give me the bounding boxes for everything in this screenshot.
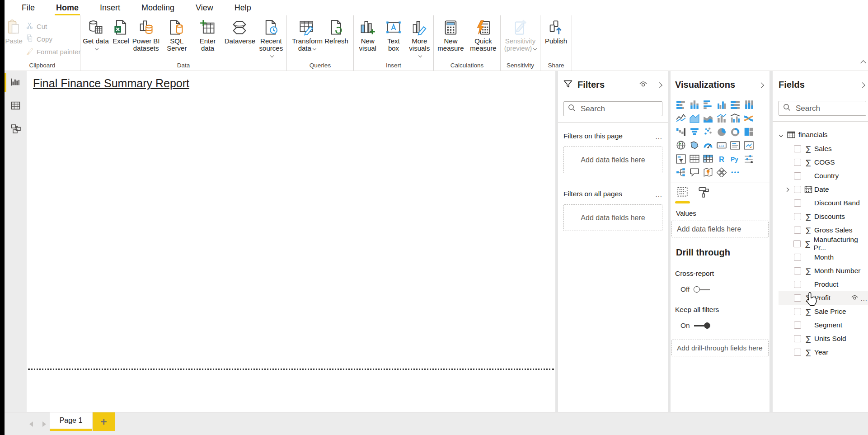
visual-type-stacked-bar-chart[interactable]: [674, 98, 688, 111]
menu-insert[interactable]: Insert: [100, 3, 120, 13]
ribbon-button-copy[interactable]: Copy: [26, 34, 81, 43]
previous-page-arrow-icon[interactable]: [29, 421, 33, 429]
ribbon-button-sensitivity-preview[interactable]: Sensitivity (preview): [502, 18, 539, 52]
visual-type-hundred-percent-stacked-bar-chart[interactable]: [728, 98, 742, 111]
page-tab[interactable]: Page 1: [50, 412, 92, 431]
visual-type-line-and-stacked-column-chart[interactable]: [715, 111, 728, 125]
visual-type-area-chart[interactable]: [688, 111, 701, 125]
report-canvas[interactable]: Final Finance Summary Report: [27, 71, 555, 412]
ribbon-button-text-box[interactable]: Text box: [383, 18, 404, 52]
visual-type-slicer[interactable]: [674, 152, 688, 165]
field-checkbox[interactable]: [794, 145, 801, 152]
field-row-product[interactable]: Product: [779, 278, 868, 291]
field-row-gross-sales[interactable]: ∑Gross Sales: [779, 223, 868, 237]
sidebar-item-report-view[interactable]: [5, 71, 27, 95]
ribbon-button-get-data[interactable]: Get data: [82, 18, 110, 52]
field-checkbox[interactable]: [794, 227, 801, 234]
visual-type-power-apps[interactable]: [715, 165, 728, 179]
visual-type-q-and-a[interactable]: [688, 165, 701, 179]
ribbon-button-recent-sources[interactable]: Recent sources: [257, 18, 285, 59]
collapse-filters-chevron-icon[interactable]: [657, 81, 662, 89]
visual-type-ribbon-chart[interactable]: [742, 111, 755, 125]
visual-type-key-influencers[interactable]: [742, 152, 755, 165]
collapse-fields-chevron-icon[interactable]: [860, 81, 864, 89]
field-checkbox[interactable]: [794, 335, 801, 342]
ribbon-button-excel[interactable]: Excel: [113, 18, 129, 45]
visual-type-matrix[interactable]: [701, 152, 715, 165]
next-page-arrow-icon[interactable]: [42, 421, 46, 429]
field-row-month-number[interactable]: ∑Month Number: [779, 264, 868, 278]
ribbon-button-new-visual[interactable]: New visual: [355, 18, 380, 52]
keep-all-filters-toggle[interactable]: On: [675, 322, 765, 330]
field-checkbox[interactable]: [794, 172, 801, 180]
visual-type-hundred-percent-stacked-column-chart[interactable]: [742, 98, 755, 111]
visual-type-waterfall-chart[interactable]: [674, 125, 688, 138]
field-row-year[interactable]: ∑Year: [779, 345, 868, 359]
field-row-date[interactable]: Date: [779, 183, 868, 196]
ribbon-button-paste[interactable]: Paste: [5, 18, 23, 45]
field-checkbox[interactable]: [794, 294, 801, 302]
ribbon-button-enter-data[interactable]: Enter data: [193, 18, 221, 52]
sidebar-item-data-view[interactable]: [5, 95, 27, 118]
visual-type-clustered-bar-chart[interactable]: [701, 98, 715, 111]
field-row-month[interactable]: Month: [779, 251, 868, 264]
ribbon-button-more-visuals[interactable]: More visuals: [407, 18, 432, 59]
field-row-cogs[interactable]: ∑COGS: [779, 156, 868, 169]
ribbon-button-sql-server[interactable]: SQL Server: [163, 18, 191, 52]
chevron-down-icon[interactable]: [779, 133, 787, 137]
field-row-units-sold[interactable]: ∑Units Sold: [779, 332, 868, 345]
menu-help[interactable]: Help: [235, 3, 251, 13]
visual-type-map[interactable]: [674, 138, 688, 152]
drill-through-dropzone[interactable]: Add drill-through fields here: [671, 340, 769, 356]
fields-search-input[interactable]: [795, 104, 862, 113]
ribbon-button-cut[interactable]: Cut: [26, 22, 81, 31]
field-checkbox[interactable]: [794, 159, 801, 166]
collapse-ribbon-icon[interactable]: [861, 59, 865, 67]
field-checkbox[interactable]: [793, 240, 801, 247]
ribbon-button-quick-measure[interactable]: Quick measure: [469, 18, 498, 52]
visual-type-clustered-column-chart[interactable]: [715, 98, 728, 111]
eye-icon[interactable]: [639, 81, 647, 89]
visual-type-line-chart[interactable]: [674, 111, 688, 125]
field-row-country[interactable]: Country: [779, 169, 868, 183]
tab-format[interactable]: [698, 186, 709, 203]
field-checkbox[interactable]: [794, 254, 801, 261]
field-checkbox[interactable]: [794, 267, 801, 274]
visual-type-stacked-area-chart[interactable]: [701, 111, 715, 125]
visual-type-gauge[interactable]: [701, 138, 715, 152]
field-checkbox[interactable]: [794, 186, 801, 193]
visual-type-more-visual-options[interactable]: [728, 165, 742, 179]
visual-type-python-visual[interactable]: Py: [728, 152, 742, 165]
field-row-discounts[interactable]: ∑Discounts: [779, 210, 868, 223]
field-checkbox[interactable]: [794, 308, 801, 315]
more-options-icon[interactable]: ...: [655, 132, 662, 140]
add-page-button[interactable]: +: [93, 412, 115, 431]
visual-type-table[interactable]: [688, 152, 701, 165]
visual-type-r-script-visual[interactable]: R: [715, 152, 728, 165]
filters-search-input[interactable]: [580, 104, 658, 114]
visual-type-multi-row-card[interactable]: [728, 138, 742, 152]
page-filters-dropzone[interactable]: Add data fields here: [563, 147, 662, 173]
visual-type-stacked-column-chart[interactable]: [688, 98, 701, 111]
visual-type-filled-map[interactable]: [688, 138, 701, 152]
report-title-textbox[interactable]: Final Finance Summary Report: [33, 77, 189, 90]
ribbon-button-power-bi-datasets[interactable]: Power BI datasets: [132, 18, 160, 52]
field-row-sales[interactable]: ∑Sales: [779, 142, 868, 156]
table-node-financials[interactable]: financials: [779, 129, 868, 141]
field-checkbox[interactable]: [794, 199, 801, 207]
ribbon-button-dataverse[interactable]: Dataverse: [225, 18, 254, 45]
all-pages-filters-dropzone[interactable]: Add data fields here: [563, 204, 662, 231]
menu-home[interactable]: Home: [56, 3, 79, 13]
values-dropzone[interactable]: Add data fields here: [671, 221, 769, 237]
field-checkbox[interactable]: [794, 349, 801, 356]
visual-type-treemap[interactable]: [742, 125, 755, 138]
tab-fields[interactable]: [677, 186, 688, 203]
field-row-segment[interactable]: Segment: [779, 318, 868, 332]
visual-type-donut-chart[interactable]: [728, 125, 742, 138]
ribbon-button-new-measure[interactable]: New measure: [436, 18, 466, 52]
visual-type-kpi[interactable]: [742, 138, 755, 152]
ribbon-button-publish[interactable]: Publish: [545, 18, 567, 45]
field-row-sale-price[interactable]: ∑Sale Price: [779, 305, 868, 318]
field-row-manufacturing-pr[interactable]: ∑Manufacturing Pr...: [779, 237, 868, 251]
field-checkbox[interactable]: [794, 213, 801, 220]
